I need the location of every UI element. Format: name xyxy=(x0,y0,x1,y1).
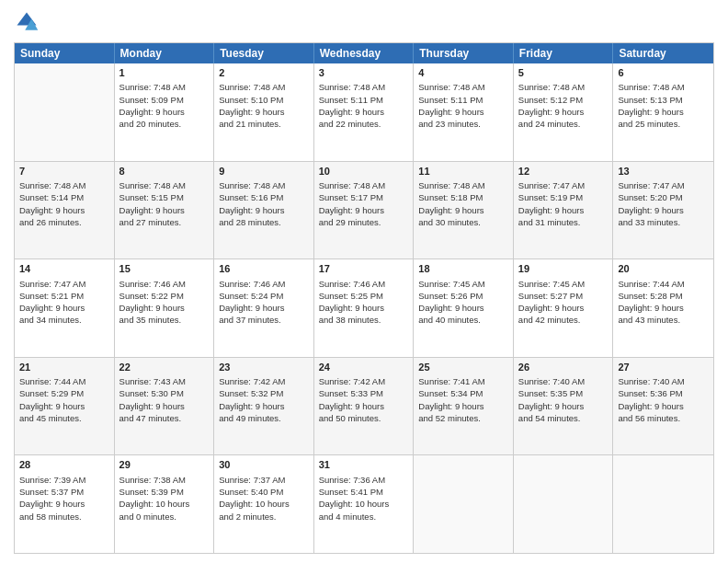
header-day-saturday: Saturday xyxy=(613,43,713,63)
day-info: Sunset: 5:41 PM xyxy=(319,487,383,497)
day-info: and 54 minutes. xyxy=(518,413,581,423)
day-cell-empty-4-5 xyxy=(514,455,614,553)
day-info: Daylight: 9 hours xyxy=(618,205,683,215)
day-info: Sunset: 5:25 PM xyxy=(319,291,383,301)
day-cell-14: 14Sunrise: 7:47 AMSunset: 5:21 PMDayligh… xyxy=(15,259,115,357)
day-info: Sunset: 5:14 PM xyxy=(19,192,84,202)
day-info: Sunset: 5:33 PM xyxy=(319,388,383,398)
day-info: and 45 minutes. xyxy=(19,413,82,423)
day-number: 19 xyxy=(518,262,609,276)
day-info: Sunrise: 7:40 AM xyxy=(618,376,684,386)
day-info: Daylight: 9 hours xyxy=(119,107,185,117)
calendar: SundayMondayTuesdayWednesdayThursdayFrid… xyxy=(14,42,714,554)
day-info: Daylight: 9 hours xyxy=(19,499,85,509)
header-day-friday: Friday xyxy=(514,43,614,63)
day-number: 10 xyxy=(319,165,409,178)
day-info: Sunset: 5:39 PM xyxy=(119,487,184,497)
day-info: Daylight: 9 hours xyxy=(418,107,483,117)
week-row-4: 21Sunrise: 7:44 AMSunset: 5:29 PMDayligh… xyxy=(15,357,713,455)
day-info: Sunset: 5:19 PM xyxy=(518,192,583,202)
day-info: Sunset: 5:11 PM xyxy=(418,95,483,105)
day-info: Sunset: 5:34 PM xyxy=(418,388,483,398)
day-info: Daylight: 9 hours xyxy=(518,107,584,117)
day-cell-25: 25Sunrise: 7:41 AMSunset: 5:34 PMDayligh… xyxy=(414,358,514,455)
day-number: 21 xyxy=(19,361,109,374)
day-info: Daylight: 9 hours xyxy=(418,205,483,215)
day-info: Daylight: 9 hours xyxy=(19,303,85,313)
day-number: 28 xyxy=(19,458,109,472)
day-info: Sunset: 5:18 PM xyxy=(418,192,483,202)
day-cell-7: 7Sunrise: 7:48 AMSunset: 5:14 PMDaylight… xyxy=(15,162,115,259)
day-cell-10: 10Sunrise: 7:48 AMSunset: 5:17 PMDayligh… xyxy=(314,162,415,259)
day-info: and 29 minutes. xyxy=(319,217,381,227)
day-number: 24 xyxy=(319,361,409,374)
day-info: and 0 minutes. xyxy=(119,511,176,522)
day-number: 12 xyxy=(518,165,609,178)
day-cell-4: 4Sunrise: 7:48 AMSunset: 5:11 PMDaylight… xyxy=(414,63,514,161)
day-info: Sunset: 5:22 PM xyxy=(119,291,184,301)
day-info: Daylight: 9 hours xyxy=(219,303,284,313)
day-info: Daylight: 9 hours xyxy=(618,401,683,411)
calendar-header: SundayMondayTuesdayWednesdayThursdayFrid… xyxy=(15,43,713,63)
day-info: Sunrise: 7:44 AM xyxy=(618,279,684,289)
day-number: 31 xyxy=(319,458,409,472)
day-info: Sunset: 5:29 PM xyxy=(19,388,84,398)
day-number: 6 xyxy=(618,66,709,80)
header-day-tuesday: Tuesday xyxy=(214,43,314,63)
day-cell-2: 2Sunrise: 7:48 AMSunset: 5:10 PMDaylight… xyxy=(214,63,314,161)
day-info: and 26 minutes. xyxy=(19,217,82,227)
day-info: and 30 minutes. xyxy=(418,217,481,227)
day-cell-empty-4-4 xyxy=(414,455,514,553)
day-info: and 35 minutes. xyxy=(119,315,182,325)
day-cell-28: 28Sunrise: 7:39 AMSunset: 5:37 PMDayligh… xyxy=(15,455,115,553)
day-info: Sunset: 5:10 PM xyxy=(219,95,283,105)
calendar-body: 1Sunrise: 7:48 AMSunset: 5:09 PMDaylight… xyxy=(15,63,713,553)
day-info: Sunrise: 7:39 AM xyxy=(19,475,85,485)
day-cell-5: 5Sunrise: 7:48 AMSunset: 5:12 PMDaylight… xyxy=(514,63,614,161)
day-number: 22 xyxy=(119,361,210,374)
header-day-sunday: Sunday xyxy=(15,43,115,63)
day-cell-30: 30Sunrise: 7:37 AMSunset: 5:40 PMDayligh… xyxy=(214,455,314,553)
day-info: Sunset: 5:15 PM xyxy=(119,192,184,202)
day-info: and 34 minutes. xyxy=(19,315,82,325)
day-info: Sunset: 5:11 PM xyxy=(319,95,383,105)
week-row-5: 28Sunrise: 7:39 AMSunset: 5:37 PMDayligh… xyxy=(15,454,713,553)
day-cell-20: 20Sunrise: 7:44 AMSunset: 5:28 PMDayligh… xyxy=(613,259,713,357)
header-day-thursday: Thursday xyxy=(414,43,514,63)
day-number: 20 xyxy=(618,262,709,276)
day-info: Daylight: 9 hours xyxy=(119,401,185,411)
day-number: 25 xyxy=(418,361,508,374)
day-info: and 43 minutes. xyxy=(618,315,680,325)
day-cell-1: 1Sunrise: 7:48 AMSunset: 5:09 PMDaylight… xyxy=(115,63,215,161)
day-info: Daylight: 9 hours xyxy=(518,205,584,215)
day-info: Sunset: 5:12 PM xyxy=(518,95,583,105)
day-info: and 31 minutes. xyxy=(518,217,581,227)
day-info: Daylight: 9 hours xyxy=(518,303,584,313)
day-info: Sunrise: 7:38 AM xyxy=(119,475,186,485)
day-number: 30 xyxy=(219,458,309,472)
day-info: Daylight: 9 hours xyxy=(219,205,284,215)
day-number: 5 xyxy=(518,66,609,80)
day-cell-12: 12Sunrise: 7:47 AMSunset: 5:19 PMDayligh… xyxy=(514,162,614,259)
day-number: 14 xyxy=(19,262,109,276)
day-number: 3 xyxy=(319,66,409,80)
logo-icon xyxy=(14,9,40,35)
day-info: and 50 minutes. xyxy=(319,413,381,423)
day-info: Sunrise: 7:48 AM xyxy=(119,180,186,190)
day-cell-3: 3Sunrise: 7:48 AMSunset: 5:11 PMDaylight… xyxy=(314,63,415,161)
day-cell-empty-4-6 xyxy=(613,455,713,553)
day-info: Daylight: 9 hours xyxy=(19,401,85,411)
day-cell-13: 13Sunrise: 7:47 AMSunset: 5:20 PMDayligh… xyxy=(613,162,713,259)
day-info: Sunrise: 7:42 AM xyxy=(319,376,385,386)
day-info: and 21 minutes. xyxy=(219,119,281,129)
day-info: and 52 minutes. xyxy=(418,413,481,423)
day-info: Sunset: 5:30 PM xyxy=(119,388,184,398)
day-info: Sunrise: 7:47 AM xyxy=(518,180,585,190)
day-info: Daylight: 9 hours xyxy=(19,205,85,215)
day-number: 18 xyxy=(418,262,508,276)
day-info: Daylight: 9 hours xyxy=(418,303,483,313)
day-info: and 38 minutes. xyxy=(319,315,381,325)
day-info: Sunrise: 7:48 AM xyxy=(618,82,684,92)
day-number: 11 xyxy=(418,165,508,178)
day-info: Sunset: 5:32 PM xyxy=(219,388,283,398)
